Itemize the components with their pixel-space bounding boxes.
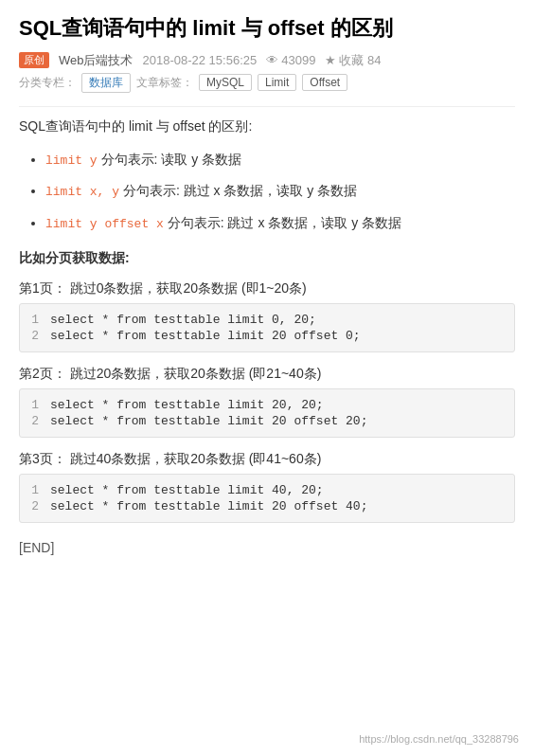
code-line: 1 select * from testtable limit 0, 20;: [20, 312, 514, 328]
code-block-1: 1 select * from testtable limit 0, 20; 2…: [19, 303, 515, 352]
meta-source: Web后端技术: [59, 52, 134, 69]
tag-offset[interactable]: Offset: [302, 74, 347, 91]
code-line: 2 select * from testtable limit 20 offse…: [20, 498, 514, 514]
original-badge: 原创: [19, 52, 49, 68]
code-line: 2 select * from testtable limit 20 offse…: [20, 328, 514, 344]
views-count: 43099: [281, 53, 315, 67]
tag-limit[interactable]: Limit: [258, 74, 296, 91]
section-heading: 比如分页获取数据:: [19, 250, 515, 267]
line-code: select * from testtable limit 20 offset …: [50, 414, 367, 428]
meta-views: 👁 43099: [266, 53, 315, 67]
line-code: select * from testtable limit 20 offset …: [50, 499, 367, 513]
bullet-code-2: limit x, y: [45, 185, 119, 199]
page-3-desc: 第3页： 跳过40条数据，获取20条数据 (即41~60条): [19, 451, 515, 468]
category-label: 分类专栏：: [19, 75, 76, 91]
meta-collect: ★ 收藏 84: [325, 52, 381, 69]
bullet-desc-1: 分句表示: 读取 y 条数据: [101, 152, 242, 167]
line-code: select * from testtable limit 20 offset …: [50, 329, 361, 343]
bullet-desc-3: 分句表示: 跳过 x 条数据，读取 y 条数据: [168, 215, 401, 230]
code-line: 1 select * from testtable limit 40, 20;: [20, 482, 514, 498]
line-code: select * from testtable limit 20, 20;: [50, 398, 324, 412]
bullet-list: limit y 分句表示: 读取 y 条数据 limit x, y 分句表示: …: [19, 149, 515, 235]
collect-text: 收藏 84: [339, 52, 381, 69]
divider: [19, 106, 515, 107]
tags-label: 文章标签：: [136, 75, 193, 91]
footer-url: https://blog.csdn.net/qq_33288796: [359, 733, 519, 745]
page-2-desc: 第2页： 跳过20条数据，获取20条数据 (即21~40条): [19, 366, 515, 383]
line-code: select * from testtable limit 40, 20;: [50, 483, 324, 497]
meta-tags-row: 分类专栏： 数据库 文章标签： MySQL Limit Offset: [19, 73, 515, 93]
bullet-code-3: limit y offset x: [45, 217, 164, 231]
line-num: 1: [20, 398, 50, 412]
end-marker: [END]: [19, 540, 515, 555]
line-num: 1: [20, 483, 50, 497]
meta-row: 原创 Web后端技术 2018-08-22 15:56:25 👁 43099 ★…: [19, 52, 515, 69]
intro-text: SQL查询语句中的 limit 与 offset 的区别:: [19, 118, 515, 135]
code-line: 2 select * from testtable limit 20 offse…: [20, 413, 514, 429]
list-item: limit y offset x 分句表示: 跳过 x 条数据，读取 y 条数据: [45, 212, 515, 235]
line-num: 2: [20, 329, 50, 343]
pages-container: 第1页： 跳过0条数据，获取20条数据 (即1~20条) 1 select * …: [19, 280, 515, 523]
bullet-desc-2: 分句表示: 跳过 x 条数据，读取 y 条数据: [123, 183, 357, 198]
line-num: 1: [20, 313, 50, 327]
list-item: limit x, y 分句表示: 跳过 x 条数据，读取 y 条数据: [45, 180, 515, 203]
code-block-2: 1 select * from testtable limit 20, 20; …: [19, 388, 515, 438]
line-num: 2: [20, 414, 50, 428]
star-icon: ★: [325, 53, 336, 67]
category-tag[interactable]: 数据库: [81, 73, 131, 93]
line-num: 2: [20, 499, 50, 513]
line-code: select * from testtable limit 0, 20;: [50, 313, 316, 327]
eye-icon: 👁: [266, 53, 278, 67]
bullet-code-1: limit y: [45, 153, 98, 168]
code-line: 1 select * from testtable limit 20, 20;: [20, 397, 514, 413]
list-item: limit y 分句表示: 读取 y 条数据: [45, 149, 515, 171]
page-title: SQL查询语句中的 limit 与 offset 的区别: [19, 15, 515, 43]
page-1-desc: 第1页： 跳过0条数据，获取20条数据 (即1~20条): [19, 280, 515, 297]
tag-mysql[interactable]: MySQL: [199, 74, 252, 91]
meta-date: 2018-08-22 15:56:25: [143, 53, 258, 67]
code-block-3: 1 select * from testtable limit 40, 20; …: [19, 474, 515, 523]
